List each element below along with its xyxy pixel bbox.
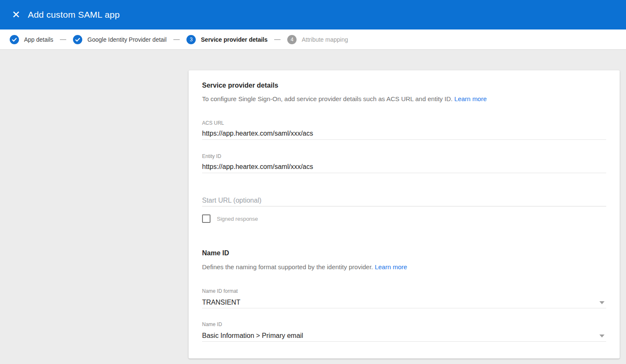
step-complete-circle	[10, 35, 19, 44]
acs-url-label: ACS URL	[202, 120, 606, 126]
start-url-field: Start URL (optional)	[202, 196, 606, 206]
service-provider-card: Service provider details To configure Si…	[189, 70, 620, 359]
step-google-idp-details[interactable]: Google Identity Provider details	[73, 35, 167, 44]
step-attribute-mapping[interactable]: 4 Attribute mapping	[287, 35, 348, 44]
section-description: To configure Single Sign-On, add service…	[202, 95, 606, 102]
check-icon	[12, 37, 17, 42]
step-label: Google Identity Provider details	[87, 36, 167, 43]
section-description: Defines the naming format supported by t…	[202, 263, 606, 270]
step-separator	[60, 39, 66, 40]
signed-response-row: Signed response	[202, 214, 606, 223]
name-id-format-label: Name ID format	[202, 288, 606, 294]
step-number-circle: 4	[287, 35, 297, 44]
step-number-circle: 3	[186, 35, 196, 44]
step-separator	[173, 39, 180, 40]
wizard-stepper: App details Google Identity Provider det…	[0, 29, 626, 50]
check-icon	[75, 37, 80, 42]
signed-response-checkbox[interactable]	[202, 214, 210, 223]
title-bar: ✕ Add custom SAML app	[0, 0, 626, 29]
dialog-title: Add custom SAML app	[28, 10, 120, 20]
acs-url-input[interactable]: https://app.heartex.com/saml/xxx/acs	[202, 129, 606, 140]
entity-id-field: Entity ID https://app.heartex.com/saml/x…	[202, 153, 606, 173]
step-separator	[274, 39, 281, 40]
start-url-input[interactable]: Start URL (optional)	[202, 196, 606, 206]
close-icon[interactable]: ✕	[8, 6, 24, 23]
section-title-name-id: Name ID	[202, 249, 606, 257]
step-label: Service provider details	[201, 36, 267, 43]
section-title-service-provider: Service provider details	[202, 82, 606, 89]
name-id-format-select[interactable]: Name ID format TRANSIENT	[202, 288, 606, 308]
name-id-select[interactable]: Name ID Basic Information > Primary emai…	[202, 321, 606, 342]
learn-more-link[interactable]: Learn more	[375, 263, 407, 270]
chevron-down-icon[interactable]	[599, 335, 604, 337]
step-service-provider-details[interactable]: 3 Service provider details	[186, 35, 267, 44]
step-app-details[interactable]: App details	[10, 35, 53, 44]
entity-id-input[interactable]: https://app.heartex.com/saml/xxx/acs	[202, 163, 606, 173]
step-label: Attribute mapping	[302, 36, 348, 43]
step-label: App details	[24, 36, 53, 43]
name-id-format-value[interactable]: TRANSIENT	[202, 298, 606, 308]
entity-id-label: Entity ID	[202, 153, 606, 159]
name-id-label: Name ID	[202, 321, 606, 327]
name-id-value[interactable]: Basic Information > Primary email	[202, 332, 606, 342]
content-area: Service provider details To configure Si…	[0, 50, 626, 364]
step-complete-circle	[73, 35, 82, 44]
chevron-down-icon[interactable]	[599, 301, 604, 304]
signed-response-label: Signed response	[217, 216, 258, 222]
learn-more-link[interactable]: Learn more	[454, 95, 487, 102]
acs-url-field: ACS URL https://app.heartex.com/saml/xxx…	[202, 120, 606, 140]
